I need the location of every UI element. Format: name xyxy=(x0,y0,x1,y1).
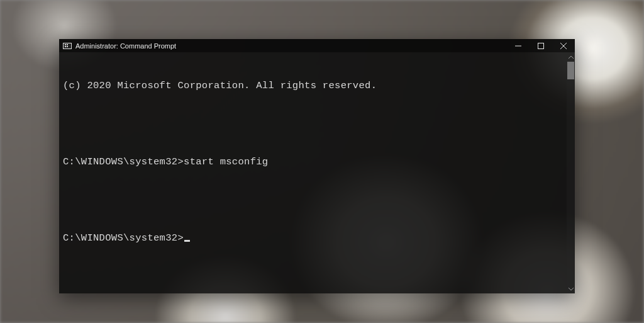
scroll-down-button[interactable] xyxy=(567,284,575,293)
maximize-button[interactable] xyxy=(530,39,552,52)
minimize-button[interactable] xyxy=(507,39,530,52)
vertical-scrollbar[interactable] xyxy=(567,52,575,293)
terminal-prompt-line: C:\WINDOWS\system32> xyxy=(63,232,571,244)
svg-rect-1 xyxy=(538,43,544,48)
terminal-line: C:\WINDOWS\system32>start msconfig xyxy=(63,156,571,168)
command-prompt-window: Administrator: Command Prompt (c) 2020 M… xyxy=(59,39,575,293)
close-button[interactable] xyxy=(552,39,575,52)
chevron-down-icon xyxy=(569,287,574,291)
terminal-line xyxy=(63,118,571,130)
scroll-up-button[interactable] xyxy=(567,52,575,62)
titlebar[interactable]: Administrator: Command Prompt xyxy=(59,39,575,52)
terminal-line xyxy=(63,194,571,207)
terminal-prompt: C:\WINDOWS\system32> xyxy=(63,232,184,244)
window-controls xyxy=(507,39,575,52)
terminal-line: (c) 2020 Microsoft Corporation. All righ… xyxy=(63,79,571,92)
minimize-icon xyxy=(515,43,521,49)
cmd-icon xyxy=(63,43,72,49)
window-title: Administrator: Command Prompt xyxy=(75,42,176,50)
scroll-thumb[interactable] xyxy=(567,62,574,79)
chevron-up-icon xyxy=(569,55,574,59)
terminal-output[interactable]: (c) 2020 Microsoft Corporation. All righ… xyxy=(59,52,575,293)
close-icon xyxy=(560,43,567,49)
maximize-icon xyxy=(538,43,544,49)
cursor xyxy=(184,240,190,242)
